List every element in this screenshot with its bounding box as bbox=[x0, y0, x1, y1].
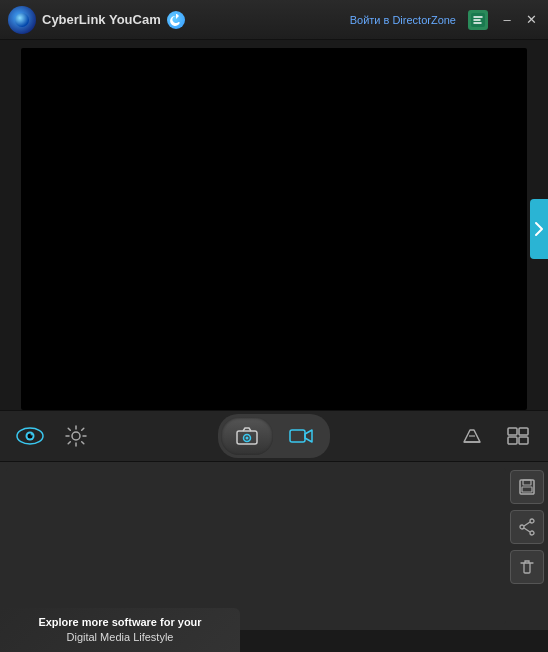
svg-point-21 bbox=[520, 525, 524, 529]
minimize-button[interactable]: – bbox=[498, 11, 516, 29]
svg-point-5 bbox=[31, 434, 33, 436]
side-panel-tab[interactable] bbox=[530, 199, 548, 259]
promo-text: Explore more software for your Digital M… bbox=[38, 615, 201, 646]
save-button[interactable] bbox=[510, 470, 544, 504]
window-controls: – ✕ bbox=[498, 11, 540, 29]
svg-rect-10 bbox=[290, 430, 305, 442]
update-button[interactable] bbox=[167, 11, 185, 29]
photo-capture-button[interactable] bbox=[221, 417, 273, 455]
bottom-panel bbox=[0, 462, 548, 630]
svg-point-19 bbox=[530, 519, 534, 523]
effects-button[interactable] bbox=[12, 418, 48, 454]
svg-point-9 bbox=[246, 437, 249, 440]
svg-point-0 bbox=[15, 13, 29, 27]
svg-line-22 bbox=[524, 522, 530, 526]
svg-point-6 bbox=[72, 432, 80, 440]
svg-line-23 bbox=[524, 528, 530, 532]
snapshot-button[interactable] bbox=[500, 418, 536, 454]
preview-thumbnails bbox=[6, 468, 506, 624]
app-title: CyberLink YouCam bbox=[42, 12, 161, 27]
share-button[interactable] bbox=[510, 510, 544, 544]
svg-rect-18 bbox=[522, 487, 532, 492]
title-bar: CyberLink YouCam Войти в DirectorZone – … bbox=[0, 0, 548, 40]
erase-button[interactable] bbox=[454, 418, 490, 454]
video-preview bbox=[21, 48, 527, 410]
director-zone-link[interactable]: Войти в DirectorZone bbox=[350, 14, 456, 26]
director-zone-icon[interactable] bbox=[468, 10, 488, 30]
svg-rect-13 bbox=[519, 428, 528, 435]
app-logo bbox=[8, 6, 36, 34]
corner-decoration bbox=[528, 632, 548, 652]
close-button[interactable]: ✕ bbox=[522, 11, 540, 29]
video-capture-button[interactable] bbox=[275, 417, 327, 455]
side-action-buttons bbox=[506, 462, 548, 630]
delete-button[interactable] bbox=[510, 550, 544, 584]
toolbar bbox=[0, 410, 548, 462]
svg-rect-15 bbox=[519, 437, 528, 444]
capture-mode-group bbox=[218, 414, 330, 458]
settings-button[interactable] bbox=[58, 418, 94, 454]
promo-bar[interactable]: Explore more software for your Digital M… bbox=[0, 608, 240, 652]
svg-point-20 bbox=[530, 531, 534, 535]
svg-rect-14 bbox=[508, 437, 517, 444]
svg-rect-12 bbox=[508, 428, 517, 435]
